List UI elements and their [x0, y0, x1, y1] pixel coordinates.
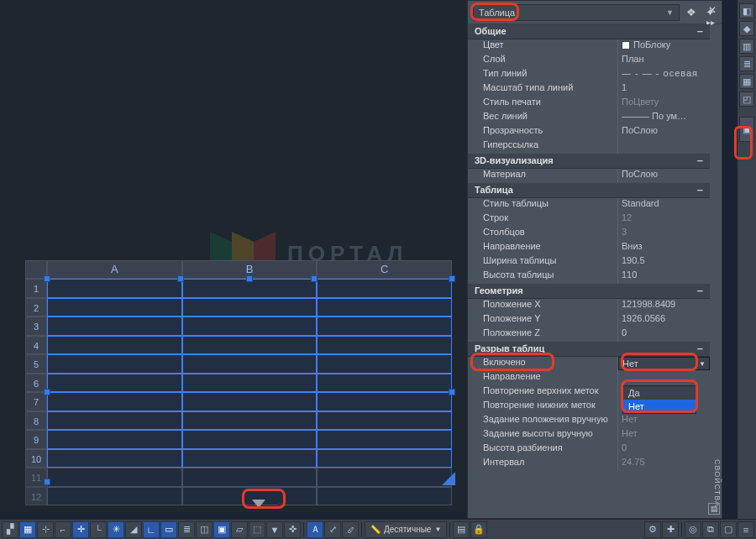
row-pos-z[interactable]: Положение Z0 [468, 327, 710, 342]
collapse-icon: – [697, 26, 703, 37]
row-pos-x[interactable]: Положение X121998.8409 [468, 299, 710, 313]
row-plotstyle: Стиль печатиПоЦвету [468, 97, 710, 111]
sb-lineweight-icon[interactable]: ≣ [178, 521, 195, 538]
row-ltscale[interactable]: Масштаб типа линий1 [468, 82, 710, 97]
grip-br[interactable] [442, 472, 455, 485]
row-break-direction: Направление [468, 371, 710, 385]
grip-mr[interactable] [449, 389, 455, 395]
sb-monitor-icon[interactable]: ✚ [662, 521, 679, 538]
object-type-dropdown[interactable]: Таблица ▼ [473, 4, 680, 21]
sb-annoscale-icon[interactable]: Ａ [307, 521, 323, 538]
section-table[interactable]: Таблица– [468, 183, 710, 198]
section-general[interactable]: Общие– [468, 24, 710, 39]
sb-osnap-icon[interactable]: ∟ [143, 521, 160, 538]
grip-tl[interactable] [44, 275, 50, 282]
object-type-label: Таблица [479, 8, 515, 18]
ribbon-tool-3-icon[interactable]: ▥ [739, 39, 754, 54]
row-linetype[interactable]: Тип линий— - — - осевая [468, 68, 710, 82]
ribbon-tool-5-icon[interactable]: ▦ [739, 74, 754, 89]
sb-annoscale3-icon[interactable]: 🜚 [342, 521, 359, 538]
sb-polar-icon[interactable]: ✳ [108, 521, 124, 538]
row-layer[interactable]: СлойПлан [468, 54, 710, 68]
ribbon-tool-4-icon[interactable]: ≣ [739, 56, 754, 71]
table-break-up-icon[interactable] [276, 502, 284, 508]
ribbon-properties-icon[interactable]: ▣ [739, 117, 754, 142]
row-pos-y[interactable]: Положение Y1926.0566 [468, 313, 710, 327]
sb-gizmo-icon[interactable]: ✜ [284, 521, 301, 538]
sb-iso-icon[interactable]: ◢ [125, 521, 142, 538]
quick-select-icon[interactable]: ❖ [685, 6, 698, 19]
sb-annoscale2-icon[interactable]: ⤢ [324, 521, 341, 538]
grip-tr[interactable] [449, 275, 455, 282]
section-3d-viz[interactable]: 3D-визуализация– [468, 154, 710, 169]
col-header-a[interactable]: A [47, 260, 182, 279]
col-header-c[interactable]: C [317, 260, 452, 279]
chevron-down-icon: ▼ [699, 360, 706, 368]
row-table-style[interactable]: Стиль таблицыStandard [468, 198, 710, 212]
row-lineweight[interactable]: Вес линий——— По ум… [468, 111, 710, 125]
ribbon-tool-2-icon[interactable]: ◆ [739, 21, 754, 36]
sb-workspace-icon[interactable]: ⚙ [644, 521, 661, 538]
close-icon[interactable]: ✕ [706, 4, 718, 16]
row-break-manualheight: Задание высоты вручнуюНет [468, 428, 710, 442]
sb-dyn-input-icon[interactable]: ✛ [72, 521, 89, 538]
grip-bl[interactable] [44, 479, 50, 485]
sb-infer-icon[interactable]: ⌐ [55, 521, 71, 538]
dropdown-option-yes[interactable]: Да [623, 386, 696, 400]
sb-grid-icon[interactable]: ▦ [19, 521, 36, 538]
right-ribbon: ◧ ◆ ▥ ≣ ▦ ◰ ▣ [738, 0, 756, 519]
table-break-handle-icon[interactable] [252, 500, 265, 508]
sb-snap-icon[interactable]: ⊹ [37, 521, 54, 538]
sb-isolate-icon[interactable]: ◎ [685, 521, 701, 538]
grip-col2[interactable] [311, 275, 318, 282]
sb-units-dropdown[interactable]: 📏 Десятичные▼ [365, 521, 447, 538]
grip-ml[interactable] [44, 389, 50, 395]
properties-panel: ✕ ▸▸ Таблица ▼ ❖ ✦ Общие– Цвет ПоБлоку С… [467, 0, 722, 519]
row-table-height[interactable]: Высота таблицы110 [468, 270, 710, 284]
sb-custom-icon[interactable]: ≡ [738, 521, 754, 538]
status-bar: ▞ ▦ ⊹ ⌐ ✛ └ ✳ ◢ ∟ ▭ ≣ ◫ ▣ ▱ ⬚ ▼ ✜ Ａ ⤢ 🜚 … [0, 519, 756, 539]
row-break-interval: Интервал24.75 [468, 457, 710, 471]
row-break-enabled[interactable]: Включено Нет ▼ [468, 357, 710, 371]
color-swatch-icon [622, 41, 630, 50]
row-material[interactable]: МатериалПоСлою [468, 169, 710, 183]
grip-col1[interactable] [177, 275, 184, 282]
row-table-cols: Столбцов3 [468, 227, 710, 241]
sb-ortho-icon[interactable]: └ [90, 521, 107, 538]
sb-transparency-icon[interactable]: ◫ [196, 521, 213, 538]
sb-model-icon[interactable]: ▞ [2, 521, 18, 538]
sb-ducs-icon[interactable]: ⬚ [249, 521, 265, 538]
ribbon-tool-6-icon[interactable]: ◰ [739, 92, 754, 107]
panel-options-icon[interactable]: ▤ [708, 503, 720, 515]
row-color[interactable]: Цвет ПоБлоку [468, 39, 710, 54]
sb-cycling-icon[interactable]: ▣ [213, 521, 230, 538]
section-table-break[interactable]: Разрыв таблиц– [468, 342, 710, 357]
sb-lock-ui-icon[interactable]: 🔒 [470, 521, 487, 538]
break-enabled-dropdown[interactable]: Нет ▼ [618, 357, 710, 370]
chevron-down-icon: ▼ [666, 8, 674, 17]
sb-cleanscreen-icon[interactable]: ▢ [720, 521, 737, 538]
break-enabled-dropdown-list[interactable]: Да Нет [622, 385, 696, 414]
section-geometry[interactable]: Геометрия– [468, 284, 710, 299]
drawing-canvas[interactable]: ПОРТАЛ о черчении A B C 12 34 56 78 910 … [0, 0, 467, 512]
row-hyperlink[interactable]: Гиперссылка [468, 139, 710, 154]
dropdown-option-no[interactable]: Нет [623, 400, 696, 413]
sb-hwaccel-icon[interactable]: ⧉ [702, 521, 719, 538]
selected-table[interactable]: A B C 12 34 56 78 910 1112 [25, 260, 452, 505]
ruler-icon: 📏 [370, 525, 381, 534]
sb-quickprops-icon[interactable]: ▤ [453, 521, 470, 538]
sb-filter-icon[interactable]: ▼ [266, 521, 283, 538]
sb-otrack-icon[interactable]: ▭ [160, 521, 177, 538]
row-break-manualpos: Задание положения вручнуюНет [468, 414, 710, 428]
row-table-direction[interactable]: НаправлениеВниз [468, 241, 710, 255]
row-transparency[interactable]: ПрозрачностьПоСлою [468, 125, 710, 139]
grip-tc[interactable] [246, 275, 253, 282]
ribbon-tool-1-icon[interactable]: ◧ [739, 3, 754, 18]
sb-3dosnap-icon[interactable]: ▱ [231, 521, 248, 538]
table-cells[interactable] [47, 279, 452, 505]
row-break-height: Высота разбиения0 [468, 442, 710, 457]
row-table-rows: Строк12 [468, 212, 710, 227]
row-table-width[interactable]: Ширина таблицы190.5 [468, 255, 710, 270]
